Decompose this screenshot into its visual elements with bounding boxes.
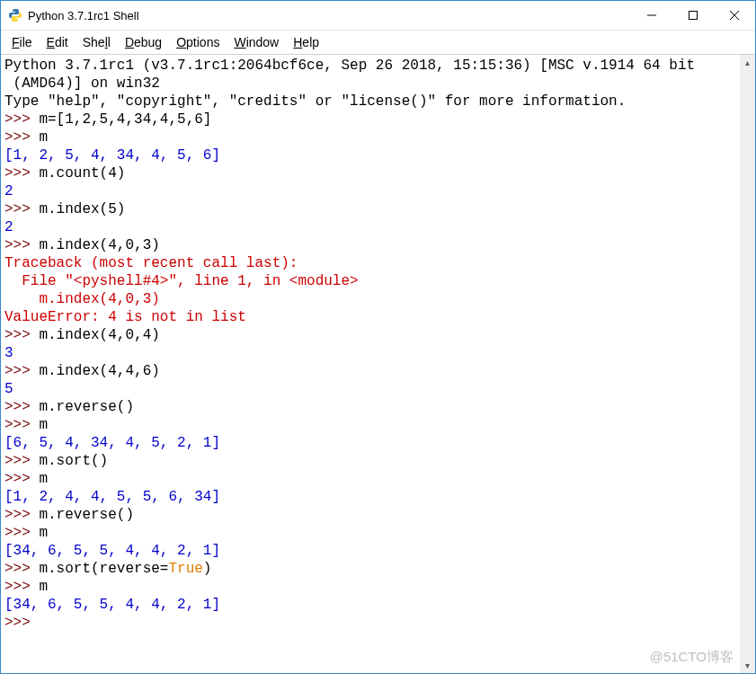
traceback-line: ValueError: 4 is not in list (4, 309, 246, 325)
output-line: [1, 2, 4, 4, 5, 5, 6, 34] (4, 489, 220, 505)
prompt: >>> (4, 525, 39, 541)
prompt: >>> (4, 201, 39, 217)
input-line: ) (203, 561, 212, 577)
output-line: 3 (4, 345, 13, 361)
close-button[interactable] (714, 1, 755, 30)
menubar: File Edit Shell Debug Options Window Hel… (1, 31, 755, 55)
input-line: m.sort(reverse= (39, 561, 168, 577)
output-line: 2 (4, 219, 13, 235)
input-line: m (39, 579, 48, 595)
menu-file[interactable]: File (4, 33, 40, 51)
menu-options[interactable]: Options (169, 33, 227, 51)
input-line: m.index(4,0,3) (39, 237, 159, 253)
window-title: Python 3.7.1rc1 Shell (28, 9, 139, 22)
prompt: >>> (4, 561, 39, 577)
traceback-line: Traceback (most recent call last): (4, 255, 298, 271)
maximize-button[interactable] (672, 1, 714, 30)
banner-line: (AMD64)] on win32 (4, 75, 160, 92)
input-line: m=[1,2,5,4,34,4,5,6] (39, 111, 211, 128)
prompt: >>> (4, 471, 39, 487)
menu-edit[interactable]: Edit (40, 33, 76, 51)
output-line: 5 (4, 381, 13, 397)
keyword-true: True (168, 561, 202, 577)
banner-line: Python 3.7.1rc1 (v3.7.1rc1:2064bcf6ce, S… (4, 58, 695, 74)
prompt: >>> (4, 615, 39, 631)
python-icon (8, 8, 22, 22)
input-line: m (39, 525, 48, 541)
minimize-button[interactable] (631, 1, 672, 30)
prompt: >>> (4, 363, 39, 379)
prompt: >>> (4, 327, 39, 343)
banner-line: Type "help", "copyright", "credits" or "… (4, 93, 626, 110)
output-line: 2 (4, 183, 13, 199)
menu-help[interactable]: Help (286, 33, 326, 51)
input-line: m.index(4,4,6) (39, 363, 159, 379)
output-line: [34, 6, 5, 5, 4, 4, 2, 1] (4, 543, 220, 559)
scroll-down-icon[interactable]: ▾ (740, 658, 755, 673)
input-line: m (39, 417, 48, 433)
prompt: >>> (4, 417, 39, 433)
input-line: m.count(4) (39, 165, 125, 182)
shell-content-area[interactable]: Python 3.7.1rc1 (v3.7.1rc1:2064bcf6ce, S… (1, 55, 755, 673)
titlebar: Python 3.7.1rc1 Shell (1, 1, 755, 31)
prompt: >>> (4, 129, 39, 146)
input-line: m.reverse() (39, 507, 134, 523)
input-line: m.sort() (39, 453, 108, 469)
input-line: m.index(5) (39, 201, 125, 217)
input-line: m (39, 129, 48, 146)
input-line: m.index(4,0,4) (39, 327, 159, 343)
prompt: >>> (4, 111, 39, 128)
vertical-scrollbar[interactable]: ▴ ▾ (740, 55, 755, 673)
output-line: [34, 6, 5, 5, 4, 4, 2, 1] (4, 597, 220, 613)
scroll-up-icon[interactable]: ▴ (740, 55, 755, 70)
input-line: m (39, 471, 48, 487)
prompt: >>> (4, 507, 39, 523)
python-idle-window: Python 3.7.1rc1 Shell File Edit Shell De… (0, 0, 756, 674)
prompt: >>> (4, 237, 39, 253)
traceback-line: m.index(4,0,3) (4, 291, 160, 307)
prompt: >>> (4, 579, 39, 595)
svg-rect-1 (689, 12, 698, 20)
menu-shell[interactable]: Shell (76, 33, 118, 51)
traceback-line: File "<pyshell#4>", line 1, in <module> (4, 273, 359, 289)
menu-window[interactable]: Window (227, 33, 286, 51)
input-line: m.reverse() (39, 399, 134, 415)
prompt: >>> (4, 165, 39, 182)
output-line: [1, 2, 5, 4, 34, 4, 5, 6] (4, 147, 220, 164)
shell-text[interactable]: Python 3.7.1rc1 (v3.7.1rc1:2064bcf6ce, S… (1, 55, 755, 634)
output-line: [6, 5, 4, 34, 4, 5, 2, 1] (4, 435, 220, 451)
watermark-text: @51CTO博客 (650, 649, 734, 666)
prompt: >>> (4, 399, 39, 415)
prompt: >>> (4, 453, 39, 469)
window-controls (631, 1, 755, 30)
menu-debug[interactable]: Debug (118, 33, 169, 51)
